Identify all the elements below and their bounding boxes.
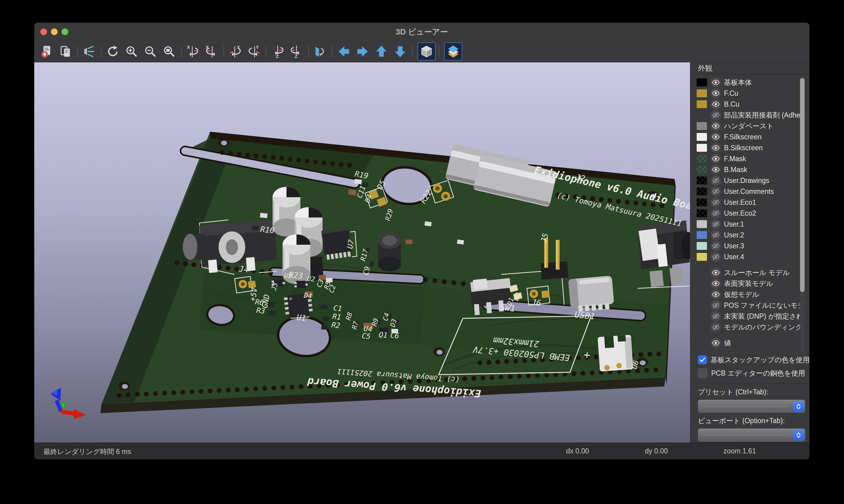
export-board-image-button[interactable] — [38, 43, 55, 60]
visibility-toggle[interactable] — [711, 208, 721, 218]
sidebar-scrollbar-thumb[interactable] — [800, 78, 805, 292]
visibility-toggle[interactable] — [711, 132, 721, 142]
toolbar-separator — [308, 46, 309, 57]
orthographic-projection-button[interactable] — [417, 42, 436, 60]
layer-color-swatch[interactable] — [697, 144, 707, 152]
toolbar-separator — [77, 46, 78, 57]
layer-color-swatch[interactable] — [697, 89, 707, 97]
zoom-out-icon — [143, 44, 157, 58]
zoom-to-fit-button[interactable] — [161, 43, 177, 60]
flip-board-button[interactable] — [312, 43, 328, 60]
3d-viewport[interactable]: Exidiophone v6.0 Audio Board(c) Tomoya M… — [34, 62, 690, 443]
pan-right-button[interactable] — [355, 43, 371, 60]
pan-left-button[interactable] — [335, 43, 352, 60]
layer-label: User.4 — [724, 253, 744, 261]
visibility-toggle[interactable] — [711, 88, 721, 98]
layer-color-swatch[interactable] — [697, 198, 707, 206]
toolbar-separator — [101, 46, 102, 57]
layer-color-swatch[interactable] — [697, 220, 707, 228]
layer-color-swatch[interactable] — [697, 187, 707, 195]
toolbar-separator — [439, 46, 439, 57]
visibility-toggle[interactable] — [711, 110, 721, 120]
eye-open-icon — [712, 122, 720, 130]
pan-down-button[interactable] — [392, 43, 408, 60]
eye-open-icon — [712, 280, 720, 287]
visibility-toggle[interactable] — [711, 322, 721, 332]
rotate-x-counterclockwise-button[interactable] — [203, 43, 220, 60]
layer-color-swatch[interactable] — [697, 209, 707, 217]
rotate-x-clockwise-button[interactable] — [185, 43, 201, 60]
silkscreen-text: U2 — [307, 274, 315, 283]
layer-row: User.1 — [694, 219, 809, 230]
statusbar: 最終レンダリング時間 6 ms dx 0.00 dy 0.00 zoom 1.6… — [34, 443, 809, 460]
visibility-toggle[interactable] — [711, 99, 721, 109]
rotate-z-clockwise-button[interactable] — [270, 43, 286, 60]
layer-color-swatch — [697, 323, 707, 331]
layer-color-swatch[interactable] — [697, 155, 707, 163]
eye-closed-icon — [712, 198, 720, 206]
silkscreen-text: C6 — [390, 331, 400, 340]
layer-color-swatch[interactable] — [697, 231, 707, 239]
visibility-toggle[interactable] — [711, 338, 721, 348]
visibility-toggle[interactable] — [711, 219, 721, 229]
layer-color-swatch[interactable] — [697, 166, 707, 174]
axis-orientation-gizmo — [51, 388, 86, 419]
visibility-toggle[interactable] — [711, 230, 721, 240]
select-stepper-icon[interactable] — [793, 430, 804, 441]
rot-z-ccw-icon — [290, 44, 304, 58]
visibility-toggle[interactable] — [711, 77, 721, 88]
visibility-toggle[interactable] — [711, 154, 721, 164]
layer-row: User.3 — [694, 240, 809, 251]
checkbox-unchecked[interactable] — [698, 368, 708, 378]
eye-open-icon — [712, 78, 720, 86]
visibility-toggle[interactable] — [711, 241, 721, 251]
layer-color-swatch[interactable] — [697, 177, 707, 184]
layer-color-swatch[interactable] — [697, 253, 707, 261]
select-stepper-icon[interactable] — [793, 401, 804, 412]
visibility-toggle[interactable] — [711, 186, 721, 197]
layer-color-swatch[interactable] — [697, 133, 707, 141]
layer-color-swatch — [697, 269, 707, 276]
layer-color-swatch[interactable] — [697, 100, 707, 108]
layer-color-swatch[interactable] — [697, 242, 707, 250]
rotate-y-clockwise-button[interactable] — [227, 43, 243, 60]
visibility-toggle[interactable] — [711, 289, 721, 300]
rotate-z-counterclockwise-button[interactable] — [288, 43, 305, 60]
layer-color-swatch[interactable] — [697, 78, 707, 86]
visibility-toggle[interactable] — [711, 267, 721, 278]
layer-label: 仮想モデル — [724, 290, 759, 299]
layer-color-swatch[interactable] — [697, 122, 707, 130]
visibility-toggle[interactable] — [711, 311, 721, 321]
visibility-toggle[interactable] — [711, 143, 721, 153]
rotate-y-counterclockwise-button[interactable] — [246, 43, 262, 60]
preset-select[interactable] — [698, 400, 805, 413]
eye-closed-icon — [712, 231, 720, 239]
visibility-toggle[interactable] — [711, 197, 721, 208]
layer-row: User.Comments — [694, 186, 809, 197]
zoom-out-button[interactable] — [142, 43, 158, 60]
viewport-select[interactable] — [698, 429, 805, 442]
raytracing-render-button[interactable] — [81, 43, 97, 60]
visibility-toggle[interactable] — [711, 164, 721, 175]
zoom-in-button[interactable] — [123, 43, 140, 60]
visibility-toggle[interactable] — [711, 252, 721, 262]
checkbox-checked[interactable] — [698, 355, 707, 364]
silkscreen-text: J6 — [531, 298, 541, 307]
layer-label: B.Mask — [724, 166, 747, 174]
layer-row: 仮想モデル — [694, 289, 809, 300]
layer-label: User.Eco1 — [724, 198, 756, 206]
visibility-toggle[interactable] — [711, 300, 721, 310]
checkbox-label: PCB エディターの銅色を使用 — [711, 368, 805, 378]
eye-open-icon — [712, 144, 720, 152]
visibility-toggle[interactable] — [711, 175, 721, 186]
silkscreen-text: + — [583, 348, 591, 361]
redraw-view-button[interactable] — [105, 43, 121, 60]
visibility-toggle[interactable] — [711, 278, 721, 289]
arrow-up-icon — [374, 44, 389, 58]
sidebar-checkbox-row: PCB エディターの銅色を使用 — [694, 366, 809, 380]
copy-icon — [58, 44, 72, 58]
appearance-panel-toggle-button[interactable] — [444, 42, 462, 60]
pan-up-button[interactable] — [373, 43, 390, 60]
copy-image-button[interactable] — [57, 43, 74, 60]
visibility-toggle[interactable] — [711, 121, 721, 131]
